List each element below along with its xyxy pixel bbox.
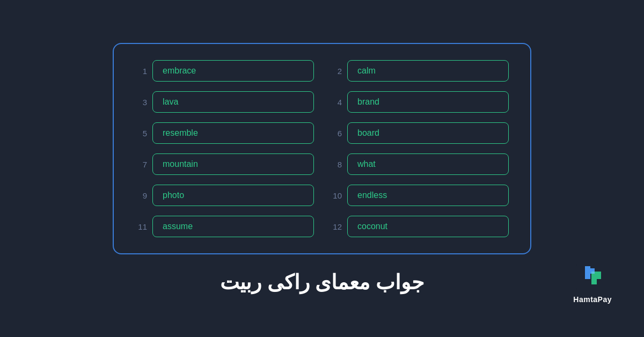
word-number: 9 [135,191,147,200]
word-number: 7 [135,160,147,169]
word-grid: 1 embrace 2 calm 3 lava 4 brand 5 resemb… [135,60,509,237]
word-box: brand [347,91,509,113]
word-number: 1 [135,67,147,76]
hamtapay-logo-icon [576,261,609,293]
word-row: 8 what [330,153,509,175]
word-box: endless [347,185,509,206]
page-title: جواب معمای راکی ربیت [220,270,424,294]
word-box: assume [152,216,314,237]
word-box: board [347,122,509,144]
word-row: 5 resemble [135,122,314,144]
word-row: 1 embrace [135,60,314,82]
word-row: 12 coconut [330,216,509,237]
word-row: 11 assume [135,216,314,237]
word-number: 12 [330,222,342,231]
word-row: 3 lava [135,91,314,113]
word-number: 11 [135,222,147,231]
word-number: 5 [135,129,147,138]
word-row: 9 photo [135,185,314,206]
logo-text: HamtaPay [573,295,612,304]
word-number: 4 [330,98,342,107]
word-row: 10 endless [330,185,509,206]
word-number: 10 [330,191,342,200]
word-number: 2 [330,67,342,76]
word-row: 7 mountain [135,153,314,175]
word-row: 2 calm [330,60,509,82]
word-row: 4 brand [330,91,509,113]
word-number: 3 [135,98,147,107]
word-box: lava [152,91,314,113]
bottom-section: جواب معمای راکی ربیت HamtaPay [0,270,644,294]
word-box: mountain [152,153,314,175]
word-row: 6 board [330,122,509,144]
word-box: embrace [152,60,314,82]
word-box: what [347,153,509,175]
logo-container: HamtaPay [573,261,612,304]
word-box: resemble [152,122,314,144]
word-number: 8 [330,160,342,169]
word-list-container: 1 embrace 2 calm 3 lava 4 brand 5 resemb… [113,43,531,254]
word-box: photo [152,185,314,206]
word-box: calm [347,60,509,82]
word-box: coconut [347,216,509,237]
word-number: 6 [330,129,342,138]
